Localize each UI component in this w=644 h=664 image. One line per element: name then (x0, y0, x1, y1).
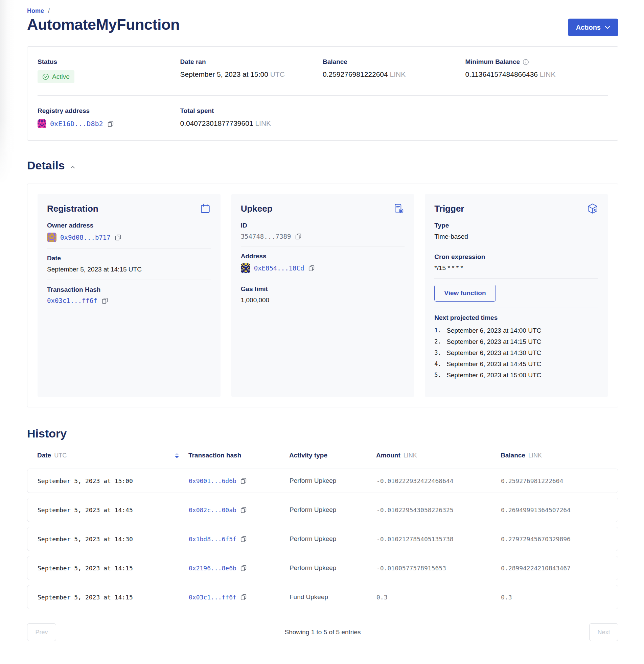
copy-registration-tx-button[interactable] (101, 297, 108, 304)
next-projected-times-label: Next projected times (434, 314, 598, 321)
actions-button[interactable]: Actions (568, 19, 618, 36)
status-label: Status (38, 58, 180, 66)
registry-identicon (38, 119, 46, 128)
row-date: September 5, 2023 at 15:00 (38, 477, 189, 484)
date-ran-cell: Date ran September 5, 2023 at 15:00 UTC (180, 58, 323, 83)
balance-label: Balance (323, 58, 465, 66)
status-value: Active (52, 73, 70, 81)
time-number: 5. (434, 370, 446, 381)
table-row: September 5, 2023 at 14:45 0x082c...00ab… (27, 498, 618, 522)
projected-time-item: 2.September 6, 2023 at 14:15 UTC (434, 336, 598, 347)
row-balance: 0.27972945670329896 (501, 536, 618, 543)
trigger-type-label: Type (434, 222, 598, 229)
row-tx-hash-link[interactable]: 0x2196...8e6b (189, 565, 237, 572)
copy-tx-hash-button[interactable] (240, 535, 247, 543)
row-tx-hash-link[interactable]: 0x9001...6d6b (189, 477, 237, 484)
copy-tx-hash-button[interactable] (240, 564, 247, 572)
total-spent-cell: Total spent 0.04072301877739601 LINK (180, 107, 323, 128)
copy-upkeep-address-button[interactable] (308, 264, 315, 272)
table-row: September 5, 2023 at 15:00 0x9001...6d6b… (27, 469, 618, 493)
page-container: Home / AutomateMyFunction Actions Status… (0, 0, 644, 655)
column-header-date[interactable]: Date UTC (37, 452, 188, 459)
next-projected-times-list: 1.September 6, 2023 at 14:00 UTC 2.Septe… (434, 325, 598, 381)
trigger-type-value: Time-based (434, 233, 598, 241)
copy-tx-hash-button[interactable] (240, 477, 247, 484)
next-page-button[interactable]: Next (589, 623, 618, 641)
breadcrumb-home-link[interactable]: Home (27, 7, 44, 14)
min-balance-value: 0.11364157484866436 (465, 70, 538, 78)
details-heading: Details (27, 159, 65, 172)
row-activity-type: Perform Upkeep (289, 506, 377, 514)
view-function-button[interactable]: View function (434, 285, 496, 302)
balance-suffix: LINK (390, 70, 406, 78)
upkeep-identicon (241, 263, 250, 273)
overview-card: Status Active Date ran September 5, 2023… (27, 46, 618, 141)
check-circle-icon (42, 74, 49, 80)
row-tx-hash-link[interactable]: 0x1bd8...6f5f (189, 536, 237, 543)
upkeep-id-value: 354748...7389 (241, 233, 291, 240)
breadcrumb: Home / (27, 7, 618, 15)
row-activity-type: Perform Upkeep (289, 535, 377, 543)
date-ran-suffix: UTC (270, 70, 285, 78)
copy-tx-hash-button[interactable] (240, 506, 247, 514)
time-number: 3. (434, 347, 446, 358)
row-amount: -0.010222932422468644 (377, 477, 501, 484)
date-ran-label: Date ran (180, 58, 323, 66)
upkeep-address-label: Address (241, 252, 405, 260)
column-header-activity-type: Activity type (289, 452, 376, 459)
date-ran-value: September 5, 2023 at 15:00 (180, 70, 268, 78)
copy-registry-address-button[interactable] (107, 120, 114, 127)
total-spent-label: Total spent (180, 107, 323, 115)
row-amount: -0.0100577578915653 (377, 565, 501, 572)
activity-column-label: Activity type (289, 452, 327, 459)
date-column-suffix: UTC (54, 452, 67, 459)
copy-upkeep-id-button[interactable] (295, 233, 302, 240)
copy-tx-hash-button[interactable] (240, 593, 247, 601)
history-heading: History (27, 427, 618, 440)
trigger-card: Trigger Type Time-based Cron expression … (425, 194, 608, 397)
copy-owner-address-button[interactable] (114, 234, 122, 241)
row-amount: -0.010229543058226325 (377, 506, 501, 514)
sort-icon[interactable] (175, 453, 179, 458)
gas-limit-value: 1,000,000 (241, 296, 405, 304)
time-text: September 6, 2023 at 14:30 UTC (446, 347, 541, 358)
pagination-summary: Showing 1 to 5 of 5 entries (285, 628, 361, 636)
registration-tx-hash-link[interactable]: 0x03c1...ff6f (47, 297, 97, 304)
table-pagination: Prev Showing 1 to 5 of 5 entries Next (27, 623, 618, 641)
min-balance-cell: Minimum Balance 0.11364157484866436 LINK (465, 58, 608, 83)
details-collapse-toggle[interactable] (71, 166, 75, 169)
projected-time-item: 3.September 6, 2023 at 14:30 UTC (434, 347, 598, 358)
row-tx-hash-link[interactable]: 0x03c1...ff6f (189, 594, 237, 601)
history-table: Date UTC Transaction hash Activity type … (27, 452, 618, 609)
info-icon[interactable] (523, 59, 529, 65)
owner-identicon (47, 233, 57, 242)
upkeep-address-link[interactable]: 0xE854...18Cd (254, 264, 304, 272)
total-spent-suffix: LINK (255, 119, 271, 127)
registry-address-link[interactable]: 0xE16D...D8b2 (50, 120, 103, 128)
breadcrumb-separator: / (48, 7, 50, 14)
owner-address-link[interactable]: 0x9d08...b717 (60, 234, 110, 241)
overview-row-1: Status Active Date ran September 5, 2023… (27, 47, 618, 95)
time-number: 2. (434, 336, 446, 347)
balance-value: 0.259276981222604 (323, 70, 388, 78)
balance-cell: Balance 0.259276981222604 LINK (323, 58, 465, 83)
time-text: September 6, 2023 at 15:00 UTC (446, 370, 541, 381)
page-header: AutomateMyFunction Actions (27, 16, 618, 36)
prev-page-button[interactable]: Prev (27, 623, 56, 641)
table-row: September 5, 2023 at 14:15 0x2196...8e6b… (27, 556, 618, 580)
upkeep-card: Upkeep ID 354748...7389 Address 0xE854..… (232, 194, 414, 397)
trigger-title: Trigger (434, 204, 464, 214)
actions-button-label: Actions (576, 24, 601, 32)
table-row: September 5, 2023 at 14:15 0x03c1...ff6f… (27, 585, 618, 609)
row-date: September 5, 2023 at 14:30 (38, 536, 189, 543)
registration-title: Registration (47, 204, 98, 214)
projected-time-item: 4.September 6, 2023 at 14:45 UTC (434, 358, 598, 370)
time-number: 1. (434, 325, 446, 336)
row-date: September 5, 2023 at 14:45 (38, 506, 189, 514)
row-balance: 0.259276981222604 (501, 477, 618, 484)
chevron-down-icon (605, 26, 610, 29)
row-tx-hash-link[interactable]: 0x082c...00ab (189, 506, 237, 514)
total-spent-value: 0.04072301877739601 (180, 119, 253, 127)
row-amount: 0.3 (377, 594, 501, 601)
row-activity-type: Perform Upkeep (289, 564, 377, 572)
